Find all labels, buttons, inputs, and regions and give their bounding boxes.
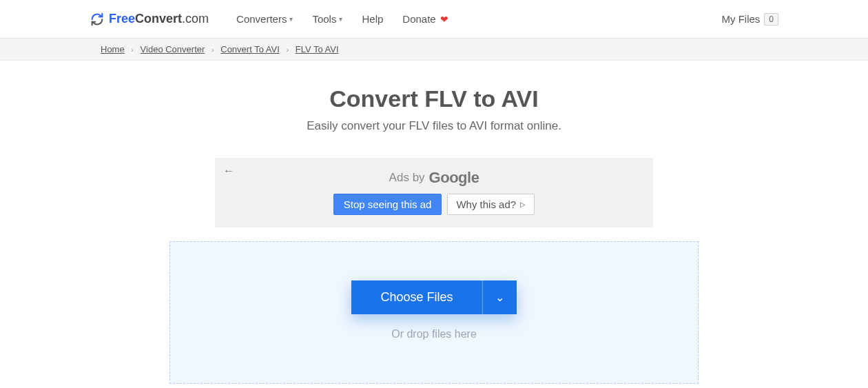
why-this-ad-label: Why this ad?	[456, 198, 516, 210]
top-navbar: FreeConvert.com Converters ▾ Tools ▾ Hel…	[0, 0, 868, 39]
breadcrumb-home[interactable]: Home	[101, 44, 125, 54]
nav-tools-label: Tools	[312, 13, 336, 25]
why-this-ad-button[interactable]: Why this ad? ▷	[447, 194, 535, 215]
choose-files-group: Choose Files ⌄	[351, 280, 516, 314]
ads-by-label: Ads by Google	[223, 169, 645, 187]
ad-container: ← Ads by Google Stop seeing this ad Why …	[215, 158, 653, 227]
nav-my-files[interactable]: My Files 0	[721, 13, 778, 25]
my-files-label: My Files	[721, 13, 760, 25]
choose-files-button[interactable]: Choose Files	[351, 280, 482, 314]
breadcrumb-convert-to-avi[interactable]: Convert To AVI	[220, 44, 280, 54]
google-logo-text: Google	[429, 169, 479, 187]
main-content: Convert FLV to AVI Easily convert your F…	[90, 61, 778, 384]
brand-convert: Convert	[135, 12, 182, 26]
page-title: Convert FLV to AVI	[90, 85, 778, 112]
nav-donate[interactable]: Donate ❤	[402, 13, 448, 25]
nav-help[interactable]: Help	[362, 13, 383, 25]
adchoices-icon: ▷	[520, 201, 526, 208]
breadcrumb: Home › Video Converter › Convert To AVI …	[90, 39, 778, 60]
brand-free: Free	[109, 12, 135, 26]
choose-files-dropdown[interactable]: ⌄	[482, 280, 517, 314]
brand-dotcom: .com	[182, 12, 209, 26]
dropzone-hint: Or drop files here	[184, 328, 684, 340]
refresh-icon	[90, 12, 105, 27]
chevron-down-icon: ▾	[339, 15, 342, 23]
chevron-down-icon: ⌄	[495, 292, 504, 303]
file-dropzone[interactable]: Choose Files ⌄ Or drop files here	[169, 241, 699, 384]
my-files-count: 0	[764, 13, 778, 25]
nav-converters-label: Converters	[236, 13, 287, 25]
nav-donate-label: Donate	[402, 13, 435, 25]
nav-help-label: Help	[362, 13, 383, 25]
breadcrumb-flv-to-avi[interactable]: FLV To AVI	[296, 44, 339, 54]
chevron-right-icon: ›	[286, 45, 289, 54]
nav-tools[interactable]: Tools ▾	[312, 13, 342, 25]
arrow-left-icon[interactable]: ←	[223, 165, 234, 177]
chevron-right-icon: ›	[211, 45, 214, 54]
brand-logo[interactable]: FreeConvert.com	[90, 12, 209, 27]
chevron-down-icon: ▾	[289, 15, 293, 23]
stop-seeing-ad-button[interactable]: Stop seeing this ad	[333, 194, 442, 215]
breadcrumb-bar: Home › Video Converter › Convert To AVI …	[0, 39, 868, 61]
page-subtitle: Easily convert your FLV files to AVI for…	[90, 119, 778, 133]
breadcrumb-video-converter[interactable]: Video Converter	[141, 44, 205, 54]
chevron-right-icon: ›	[131, 45, 134, 54]
ads-by-text: Ads by	[389, 171, 425, 185]
heart-icon: ❤	[440, 14, 448, 25]
nav-converters[interactable]: Converters ▾	[236, 13, 293, 25]
